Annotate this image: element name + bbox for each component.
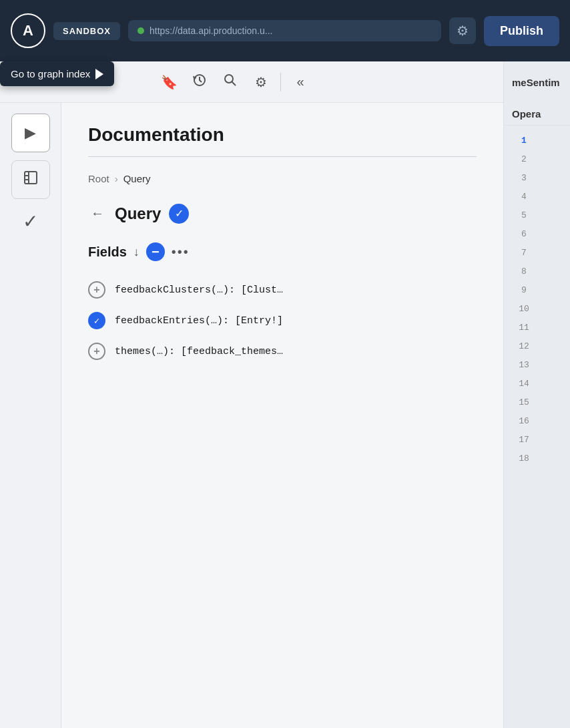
search-icon [223, 73, 238, 91]
url-bar: https://data.api.production.u... [128, 20, 441, 41]
line-number-3: 3 [504, 168, 544, 187]
content-area: Documentation Root › Query ← Query ✓ Fie… [61, 103, 503, 728]
line-number-5: 5 [504, 206, 544, 224]
history-icon [192, 73, 207, 91]
bookmark-icon: 🔖 [161, 74, 178, 90]
settings-icon-button[interactable]: ⚙ [449, 17, 476, 44]
list-item: ✓ feedbackEntries(…): [Entry!] [88, 305, 477, 336]
fields-more-button[interactable]: ••• [172, 244, 190, 260]
fields-title: Fields [88, 244, 127, 260]
svg-line-2 [232, 82, 236, 86]
query-header: ← Query ✓ [88, 203, 477, 224]
publish-button[interactable]: Publish [484, 16, 559, 46]
history-button[interactable] [186, 68, 214, 96]
main-layout: ▶ ✓ Documentation Root › Query [0, 103, 570, 728]
connection-status-dot [137, 27, 144, 34]
play-panel-button[interactable]: ▶ [11, 114, 50, 152]
line-number-16: 16 [504, 411, 544, 430]
line-number-6: 6 [504, 224, 544, 243]
line-number-1: 1 [504, 131, 544, 150]
field-label-feedbackEntries: feedbackEntries(…): [Entry!] [115, 315, 283, 327]
plus-icon: + [93, 345, 99, 357]
plus-icon: + [93, 284, 99, 296]
more-dots-icon: ••• [172, 244, 190, 259]
top-bar: A SANDBOX https://data.api.production.u.… [0, 0, 570, 61]
toolbar-separator [280, 73, 281, 92]
svg-rect-3 [25, 172, 37, 184]
left-sidebar: ▶ ✓ [0, 103, 61, 728]
collapse-button[interactable]: « [286, 68, 314, 96]
play-icon: ▶ [25, 124, 36, 142]
check-button[interactable]: ✓ [17, 207, 45, 235]
field-add-button-themes[interactable]: + [88, 343, 105, 360]
breadcrumb: Root › Query [88, 173, 477, 184]
breadcrumb-root[interactable]: Root [88, 173, 109, 184]
fields-header: Fields ↓ − ••• [88, 242, 477, 261]
list-item: + feedbackClusters(…): [Clust… [88, 275, 477, 305]
fields-sort-button[interactable]: ↓ [133, 245, 139, 259]
list-item: + themes(…): [feedback_themes… [88, 336, 477, 367]
diff-icon [23, 170, 39, 190]
svg-point-1 [225, 75, 233, 83]
tooltip-flag-icon [95, 69, 103, 79]
line-number-15: 15 [504, 393, 544, 411]
go-to-graph-index-tooltip: Go to graph index [0, 61, 114, 86]
fields-list: + feedbackClusters(…): [Clust… ✓ feedbac… [88, 275, 477, 367]
back-arrow-icon: ← [91, 206, 104, 220]
field-label-feedbackClusters: feedbackClusters(…): [Clust… [115, 285, 283, 296]
line-number-18: 18 [504, 449, 544, 468]
line-number-17: 17 [504, 430, 544, 449]
breadcrumb-current: Query [123, 173, 151, 184]
field-add-button-feedbackClusters[interactable]: + [88, 281, 105, 299]
bookmark-button[interactable]: 🔖 [155, 68, 183, 96]
line-number-12: 12 [504, 337, 544, 355]
line-number-8: 8 [504, 262, 544, 281]
query-verified-badge: ✓ [169, 204, 189, 224]
right-panel: Opera 1 2 3 4 5 6 7 8 9 10 11 12 13 14 1… [503, 103, 570, 728]
back-button[interactable]: ← [88, 203, 107, 224]
gear-icon: ⚙ [255, 74, 267, 90]
diff-panel-button[interactable] [11, 160, 50, 199]
search-button[interactable] [216, 68, 244, 96]
fields-minus-button[interactable]: − [146, 242, 165, 261]
line-numbers: 1 2 3 4 5 6 7 8 9 10 11 12 13 14 15 16 1… [504, 126, 544, 468]
right-panel-label: meSentim [512, 77, 560, 88]
field-selected-badge-feedbackEntries: ✓ [88, 312, 105, 329]
line-number-11: 11 [504, 318, 544, 337]
doc-title: Documentation [88, 124, 477, 146]
verified-check-icon: ✓ [175, 207, 184, 220]
url-text: https://data.api.production.u... [150, 25, 272, 36]
field-check-icon: ✓ [94, 315, 99, 327]
settings-button[interactable]: ⚙ [247, 68, 275, 96]
app-logo: A [11, 13, 45, 48]
collapse-icon: « [296, 74, 304, 89]
line-number-4: 4 [504, 187, 544, 206]
line-number-7: 7 [504, 243, 544, 262]
check-icon: ✓ [23, 210, 38, 232]
line-number-9: 9 [504, 281, 544, 299]
right-panel-header: Opera [504, 103, 570, 126]
line-number-10: 10 [504, 299, 544, 318]
breadcrumb-separator: › [115, 173, 118, 184]
line-number-14: 14 [504, 374, 544, 393]
title-divider [88, 156, 477, 157]
toolbar: Go to graph index 🔖 ⚙ « meSentim [0, 61, 570, 103]
sort-down-icon: ↓ [133, 245, 139, 258]
right-panel-tab: meSentim [503, 61, 570, 103]
line-number-2: 2 [504, 150, 544, 168]
sandbox-badge: SANDBOX [53, 22, 120, 40]
minus-icon: − [152, 244, 160, 260]
line-number-13: 13 [504, 355, 544, 374]
field-label-themes: themes(…): [feedback_themes… [115, 346, 283, 357]
tooltip-text: Go to graph index [11, 68, 90, 79]
query-title: Query [115, 204, 161, 223]
